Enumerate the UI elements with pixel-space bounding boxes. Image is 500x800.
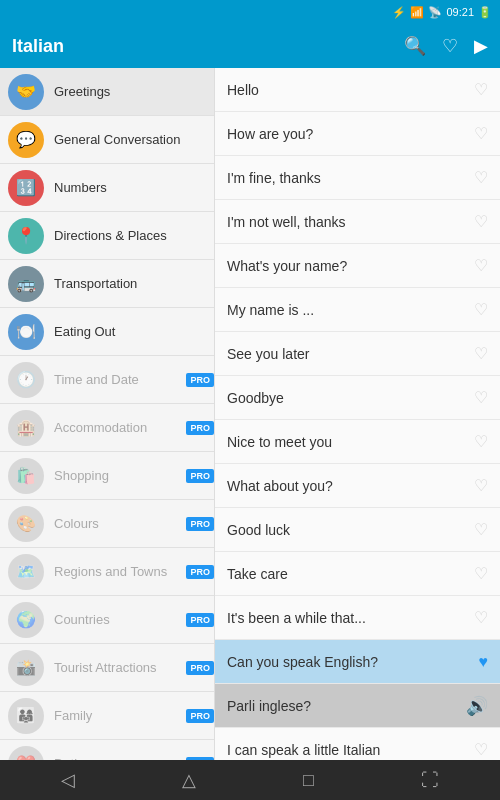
phrase-item-8[interactable]: Goodbye♡ bbox=[215, 376, 500, 420]
status-icons: ⚡ 📶 📡 09:21 🔋 bbox=[392, 6, 492, 19]
sidebar-label-general-conversation: General Conversation bbox=[54, 132, 206, 147]
heart-icon-12[interactable]: ♡ bbox=[474, 564, 488, 583]
phrase-item-4[interactable]: I'm not well, thanks♡ bbox=[215, 200, 500, 244]
sidebar-item-accommodation[interactable]: 🏨AccommodationPRO bbox=[0, 404, 214, 452]
sidebar-item-time-and-date[interactable]: 🕐Time and DatePRO bbox=[0, 356, 214, 404]
sidebar-item-eating-out[interactable]: 🍽️Eating Out bbox=[0, 308, 214, 356]
sidebar-label-numbers: Numbers bbox=[54, 180, 206, 195]
heart-icon-9[interactable]: ♡ bbox=[474, 432, 488, 451]
pro-badge-family: PRO bbox=[186, 709, 214, 723]
recent-icon[interactable]: □ bbox=[303, 770, 314, 791]
phrase-text-4: I'm not well, thanks bbox=[227, 214, 474, 230]
sidebar-item-general-conversation[interactable]: 💬General Conversation bbox=[0, 116, 214, 164]
sidebar-item-directions-places[interactable]: 📍Directions & Places bbox=[0, 212, 214, 260]
pro-badge-accommodation: PRO bbox=[186, 421, 214, 435]
heart-icon-2[interactable]: ♡ bbox=[474, 124, 488, 143]
sidebar-icon-transportation: 🚌 bbox=[8, 266, 44, 302]
heart-icon-1[interactable]: ♡ bbox=[474, 80, 488, 99]
heart-icon[interactable]: ♡ bbox=[442, 35, 458, 57]
heart-icon-3[interactable]: ♡ bbox=[474, 168, 488, 187]
heart-icon-10[interactable]: ♡ bbox=[474, 476, 488, 495]
sidebar-icon-shopping: 🛍️ bbox=[8, 458, 44, 494]
sidebar-item-tourist-attractions[interactable]: 📸Tourist AttractionsPRO bbox=[0, 644, 214, 692]
play-icon[interactable]: ▶ bbox=[474, 35, 488, 57]
sidebar-icon-dating: ❤️ bbox=[8, 746, 44, 761]
sidebar-icon-accommodation: 🏨 bbox=[8, 410, 44, 446]
top-bar-icons: 🔍 ♡ ▶ bbox=[404, 35, 488, 57]
battery-icon: 🔋 bbox=[478, 6, 492, 19]
heart-icon-16[interactable]: ♡ bbox=[474, 740, 488, 759]
heart-icon-8[interactable]: ♡ bbox=[474, 388, 488, 407]
heart-icon-5[interactable]: ♡ bbox=[474, 256, 488, 275]
phrase-item-14[interactable]: Can you speak English?♥ bbox=[215, 640, 500, 684]
phrase-item-10[interactable]: What about you?♡ bbox=[215, 464, 500, 508]
pro-badge-shopping: PRO bbox=[186, 469, 214, 483]
phrase-item-3[interactable]: I'm fine, thanks♡ bbox=[215, 156, 500, 200]
phrase-item-15[interactable]: Parli inglese?🔊 bbox=[215, 684, 500, 728]
speaker-icon-15[interactable]: 🔊 bbox=[466, 695, 488, 717]
sidebar-icon-greetings: 🤝 bbox=[8, 74, 44, 110]
phrase-text-11: Good luck bbox=[227, 522, 474, 538]
sidebar-item-greetings[interactable]: 🤝Greetings bbox=[0, 68, 214, 116]
signal-icon: 📶 bbox=[410, 6, 424, 19]
home-icon[interactable]: △ bbox=[182, 769, 196, 791]
phrase-item-5[interactable]: What's your name?♡ bbox=[215, 244, 500, 288]
phrase-item-2[interactable]: How are you?♡ bbox=[215, 112, 500, 156]
sidebar-label-time-and-date: Time and Date bbox=[54, 372, 206, 387]
phrase-text-16: I can speak a little Italian bbox=[227, 742, 474, 758]
phrase-text-8: Goodbye bbox=[227, 390, 474, 406]
search-icon[interactable]: 🔍 bbox=[404, 35, 426, 57]
phrase-item-11[interactable]: Good luck♡ bbox=[215, 508, 500, 552]
phrase-item-1[interactable]: Hello♡ bbox=[215, 68, 500, 112]
phrase-item-7[interactable]: See you later♡ bbox=[215, 332, 500, 376]
sidebar-icon-tourist-attractions: 📸 bbox=[8, 650, 44, 686]
usb-icon: ⚡ bbox=[392, 6, 406, 19]
status-bar: ⚡ 📶 📡 09:21 🔋 bbox=[0, 0, 500, 24]
phrase-item-16[interactable]: I can speak a little Italian♡ bbox=[215, 728, 500, 760]
sidebar-icon-general-conversation: 💬 bbox=[8, 122, 44, 158]
sidebar-item-countries[interactable]: 🌍CountriesPRO bbox=[0, 596, 214, 644]
sidebar-icon-colours: 🎨 bbox=[8, 506, 44, 542]
pro-badge-dating: PRO bbox=[186, 757, 214, 761]
sidebar-item-family[interactable]: 👨‍👩‍👧FamilyPRO bbox=[0, 692, 214, 740]
sidebar-label-transportation: Transportation bbox=[54, 276, 206, 291]
back-icon[interactable]: ◁ bbox=[61, 769, 75, 791]
phrase-text-7: See you later bbox=[227, 346, 474, 362]
sidebar-label-shopping: Shopping bbox=[54, 468, 206, 483]
phrase-text-12: Take care bbox=[227, 566, 474, 582]
sidebar-label-regions-and-towns: Regions and Towns bbox=[54, 564, 206, 579]
phrase-item-9[interactable]: Nice to meet you♡ bbox=[215, 420, 500, 464]
sidebar-icon-eating-out: 🍽️ bbox=[8, 314, 44, 350]
sidebar-item-colours[interactable]: 🎨ColoursPRO bbox=[0, 500, 214, 548]
phrase-item-13[interactable]: It's been a while that...♡ bbox=[215, 596, 500, 640]
phrase-text-6: My name is ... bbox=[227, 302, 474, 318]
pro-badge-time-and-date: PRO bbox=[186, 373, 214, 387]
phrase-item-6[interactable]: My name is ...♡ bbox=[215, 288, 500, 332]
phrase-item-12[interactable]: Take care♡ bbox=[215, 552, 500, 596]
fullscreen-icon[interactable]: ⛶ bbox=[421, 770, 439, 791]
sidebar-item-shopping[interactable]: 🛍️ShoppingPRO bbox=[0, 452, 214, 500]
sidebar-icon-family: 👨‍👩‍👧 bbox=[8, 698, 44, 734]
heart-icon-4[interactable]: ♡ bbox=[474, 212, 488, 231]
phrase-text-5: What's your name? bbox=[227, 258, 474, 274]
status-time: 09:21 bbox=[446, 6, 474, 18]
heart-icon-13[interactable]: ♡ bbox=[474, 608, 488, 627]
sidebar-label-directions-places: Directions & Places bbox=[54, 228, 206, 243]
sidebar-label-family: Family bbox=[54, 708, 206, 723]
sidebar-icon-regions-and-towns: 🗺️ bbox=[8, 554, 44, 590]
top-bar: Italian 🔍 ♡ ▶ bbox=[0, 24, 500, 68]
heart-icon-11[interactable]: ♡ bbox=[474, 520, 488, 539]
sidebar-item-regions-and-towns[interactable]: 🗺️Regions and TownsPRO bbox=[0, 548, 214, 596]
heart-icon-7[interactable]: ♡ bbox=[474, 344, 488, 363]
sidebar-icon-time-and-date: 🕐 bbox=[8, 362, 44, 398]
sidebar-item-numbers[interactable]: 🔢Numbers bbox=[0, 164, 214, 212]
sidebar-item-dating[interactable]: ❤️DatingPRO bbox=[0, 740, 214, 760]
phrase-text-1: Hello bbox=[227, 82, 474, 98]
sidebar-item-transportation[interactable]: 🚌Transportation bbox=[0, 260, 214, 308]
sidebar-label-accommodation: Accommodation bbox=[54, 420, 206, 435]
phrase-text-10: What about you? bbox=[227, 478, 474, 494]
heart-icon-14[interactable]: ♥ bbox=[479, 653, 489, 671]
pro-badge-countries: PRO bbox=[186, 613, 214, 627]
heart-icon-6[interactable]: ♡ bbox=[474, 300, 488, 319]
content-panel: Hello♡How are you?♡I'm fine, thanks♡I'm … bbox=[215, 68, 500, 760]
